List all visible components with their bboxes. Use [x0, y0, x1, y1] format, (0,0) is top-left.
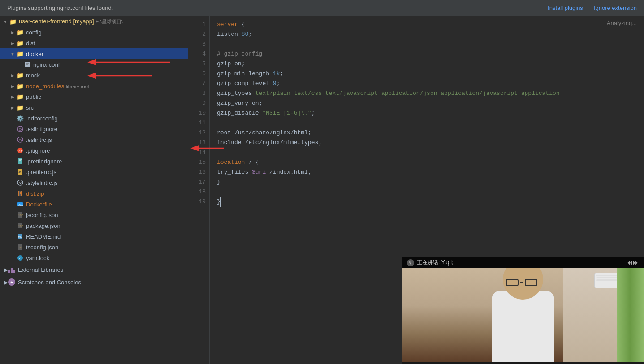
notification-bar: Plugins supporting nginx.conf files foun… [0, 0, 644, 16]
root-label: user-center-frontend [myapp] E:\星球项目\ [19, 18, 184, 25]
line-numbers: 1 2 3 4 5 6 7 8 9 10 11 12 13 14 15 16 1… [188, 16, 210, 364]
sidebar-item-prettierrc[interactable]: JS .prettierrc.js [0, 167, 188, 177]
code-line-10: gzip_disable "MSIE [1-6]\."; [217, 108, 637, 118]
sidebar-item-nginx-conf[interactable]: nginx.conf [0, 59, 188, 70]
sidebar-item-package-json[interactable]: JSON package.json [0, 220, 188, 231]
svg-text:O: O [19, 138, 22, 142]
sidebar-item-scratches[interactable]: ▶ ✦ Scratches and Consoles [0, 276, 188, 288]
sidebar-item-dist-zip[interactable]: dist.zip [0, 188, 188, 199]
main-layout: ▼ 📁 user-center-frontend [myapp] E:\星球项目… [0, 16, 644, 364]
code-line-6: gzip_min_length 1k; [217, 69, 637, 79]
folder-icon-src: 📁 [16, 103, 24, 111]
svg-rect-10 [18, 158, 22, 164]
code-line-18 [217, 187, 637, 197]
code-line-1: server { [217, 20, 637, 30]
ignore-extension-button[interactable]: Ignore extension [594, 4, 637, 11]
sidebar-item-node-modules[interactable]: ▶ 📁 node_modules library root [0, 81, 188, 91]
code-line-12: root /usr/share/nginx/html; [217, 128, 637, 138]
sidebar-item-dist[interactable]: ▶ 📁 dist [0, 38, 188, 48]
folder-icon-docker: 📁 [16, 50, 24, 58]
analyzing-status: Analyzing... [607, 20, 637, 26]
expand-arrow-config: ▶ [9, 29, 16, 36]
code-line-4: # gzip config [217, 49, 637, 59]
file-icon-gitignore: git [16, 146, 24, 154]
file-icon-dockerfile: DOC [16, 200, 24, 208]
code-line-5: gzip on; [217, 59, 637, 69]
scratches-label: Scratches and Consoles [18, 279, 81, 286]
file-icon-editorconfig: ⚙️ [16, 114, 24, 122]
notification-message: Plugins supporting nginx.conf files foun… [7, 4, 537, 11]
sidebar-item-config[interactable]: ▶ 📁 config [0, 27, 188, 38]
editor-area: 1 2 3 4 5 6 7 8 9 10 11 12 13 14 15 16 1… [188, 16, 644, 364]
code-line-19: } [217, 197, 637, 207]
video-header-left: 🎙 正在讲话: Yupi; [407, 259, 453, 266]
svg-text:JSON: JSON [18, 225, 24, 227]
file-icon-zip [16, 189, 24, 197]
svg-text:MD: MD [18, 236, 22, 238]
svg-text:JSON: JSON [18, 214, 24, 217]
sidebar-item-eslintignore[interactable]: O .eslintignore [0, 124, 188, 134]
sidebar-item-tsconfig[interactable]: JSON tsconfig.json [0, 242, 188, 253]
svg-text:JSON: JSON [18, 246, 24, 249]
folder-icon-dist: 📁 [16, 39, 24, 47]
svg-text:JS: JS [18, 171, 22, 174]
sidebar: ▼ 📁 user-center-frontend [myapp] E:\星球项目… [0, 16, 188, 364]
file-icon-yarn: Y [16, 254, 24, 262]
file-icon-stylelintrc [16, 179, 24, 187]
svg-text:DOC: DOC [18, 203, 23, 206]
install-plugins-button[interactable]: Install plugins [548, 4, 583, 11]
code-line-11 [217, 118, 637, 128]
code-line-16: try_files $uri /index.html; [217, 167, 637, 177]
folder-icon: 📁 [9, 17, 17, 26]
sidebar-item-readme[interactable]: MD README.md [0, 231, 188, 242]
code-line-3 [217, 39, 637, 49]
file-icon-eslintignore: O [16, 125, 24, 133]
sidebar-item-dockerfile[interactable]: DOC Dockerfile [0, 199, 188, 210]
file-icon-package-json: JSON [16, 222, 24, 230]
sidebar-item-public[interactable]: ▶ 📁 public [0, 91, 188, 102]
svg-rect-0 [25, 62, 30, 67]
sidebar-item-yarn-lock[interactable]: Y yarn.lock [0, 253, 188, 263]
sidebar-item-prettierignore[interactable]: .prettierignore [0, 156, 188, 167]
expand-arrow-dist: ▶ [9, 39, 16, 47]
file-icon-nginx [23, 60, 31, 69]
code-line-15: location / { [217, 158, 637, 167]
file-icon-readme: MD [16, 232, 24, 240]
sidebar-item-root[interactable]: ▼ 📁 user-center-frontend [myapp] E:\星球项目… [0, 16, 188, 27]
code-line-17: } [217, 177, 637, 187]
svg-point-15 [17, 180, 23, 185]
sidebar-item-eslintrc[interactable]: O .eslintrc.js [0, 134, 188, 145]
expand-arrow-docker: ▼ [9, 50, 16, 57]
sidebar-item-mock[interactable]: ▶ 📁 mock [0, 70, 188, 81]
video-frame [402, 268, 644, 362]
external-libs-label: External Libraries [18, 266, 63, 273]
folder-icon-public: 📁 [16, 93, 24, 101]
sidebar-item-docker[interactable]: ▼ 📁 docker [0, 48, 188, 59]
code-line-14 [217, 148, 637, 158]
code-line-9: gzip_vary on; [217, 98, 637, 108]
code-line-7: gzip_comp_level 9; [217, 79, 637, 89]
video-header: 🎙 正在讲话: Yupi; ⏮⏭ [402, 257, 644, 268]
sidebar-item-external-libraries[interactable]: ▶ External Libraries [0, 263, 188, 276]
folder-icon-config: 📁 [16, 28, 24, 36]
file-icon-tsconfig: JSON [16, 243, 24, 251]
folder-icon-node-modules: 📁 [16, 82, 24, 90]
svg-text:Y: Y [19, 257, 21, 260]
file-icon-jsconfig: JSON [16, 211, 24, 219]
video-controls[interactable]: ⏮⏭ [627, 259, 639, 266]
code-line-13: include /etc/nginx/mime.types; [217, 138, 637, 148]
code-line-8: gzip_types text/plain text/css text/java… [217, 89, 637, 98]
expand-arrow-root: ▼ [2, 18, 9, 25]
sidebar-item-gitignore[interactable]: git .gitignore [0, 145, 188, 156]
speaker-name: 正在讲话: Yupi; [417, 259, 453, 266]
svg-text:O: O [19, 128, 22, 132]
sidebar-item-src[interactable]: ▶ 📁 src [0, 102, 188, 113]
folder-icon-mock: 📁 [16, 71, 24, 79]
svg-text:git: git [19, 150, 22, 153]
sidebar-item-stylelintrc[interactable]: .stylelintrc.js [0, 177, 188, 188]
file-icon-eslintrc: O [16, 136, 24, 144]
file-icon-prettierignore [16, 157, 24, 165]
sidebar-item-editorconfig[interactable]: ⚙️ .editorconfig [0, 113, 188, 124]
file-icon-prettierrc-js: JS [16, 168, 24, 176]
sidebar-item-jsconfig[interactable]: JSON jsconfig.json [0, 210, 188, 220]
